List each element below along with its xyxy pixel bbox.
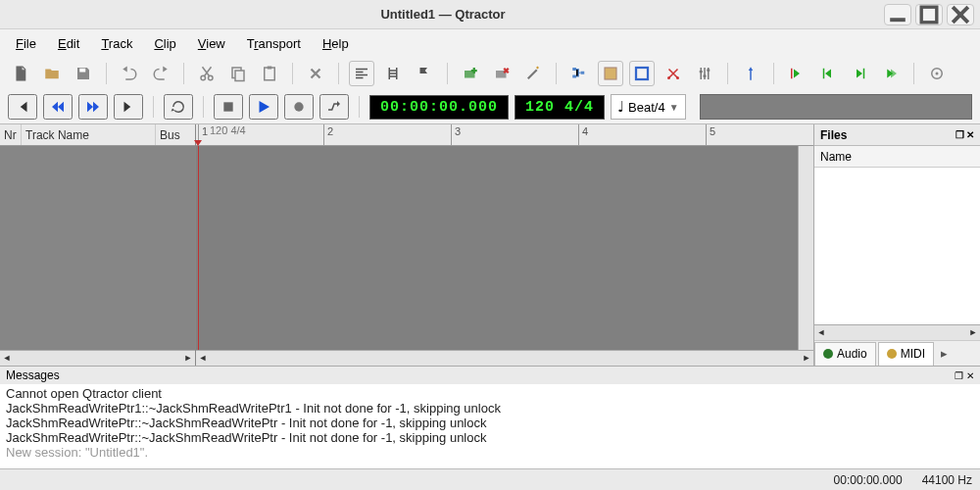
col-bus[interactable]: Bus: [156, 124, 195, 145]
tree-icon[interactable]: [566, 61, 592, 86]
window-title: Untitled1 — Qtractor: [6, 7, 880, 22]
next-marker-icon[interactable]: [847, 61, 872, 86]
align-left-icon[interactable]: [349, 61, 374, 86]
delete-icon[interactable]: [303, 61, 328, 86]
scroll-left-icon[interactable]: ◄: [196, 351, 210, 365]
svg-rect-15: [581, 72, 585, 74]
undock-icon[interactable]: ❐: [955, 370, 963, 381]
thumbnail-strip[interactable]: [700, 94, 972, 120]
files-hscroll[interactable]: ◄ ►: [814, 324, 980, 340]
timeline-vscroll[interactable]: [798, 146, 813, 350]
loop-icon[interactable]: [164, 94, 193, 120]
svg-point-24: [936, 73, 939, 75]
timeline-canvas[interactable]: [196, 146, 798, 350]
tab-scroll-right-icon[interactable]: ▸: [936, 346, 952, 361]
timeline-hscroll[interactable]: ◄ ►: [196, 350, 813, 366]
new-file-icon[interactable]: [8, 61, 33, 86]
menu-transport[interactable]: Transport: [237, 32, 311, 55]
toolbar-separator: [203, 96, 204, 118]
message-line: JackShmReadWritePtr::~JackShmReadWritePt…: [6, 416, 974, 430]
menu-edit[interactable]: Edit: [48, 32, 89, 55]
prev-marker-icon[interactable]: [815, 61, 841, 86]
loop-start-icon[interactable]: [784, 61, 809, 86]
close-button[interactable]: [947, 4, 974, 25]
status-bar: 00:00:00.000 44100 Hz: [0, 468, 980, 490]
tracklist-hscroll[interactable]: ◄ ►: [0, 350, 195, 366]
messages-body[interactable]: Cannot open Qtractor client JackShmReadW…: [0, 384, 980, 468]
save-file-icon[interactable]: [71, 61, 96, 86]
toolbar-separator: [106, 63, 107, 84]
record-icon[interactable]: [284, 94, 314, 120]
marker-a-icon[interactable]: [738, 61, 763, 86]
svg-rect-17: [636, 68, 648, 79]
files-col-name: Name: [820, 150, 852, 164]
svg-rect-14: [572, 75, 576, 78]
menu-track[interactable]: Track: [91, 32, 142, 55]
add-track-icon[interactable]: [458, 61, 483, 86]
paste-icon[interactable]: [257, 61, 282, 86]
undo-icon[interactable]: [117, 61, 142, 86]
files-panel-title: Files ❐ ✕: [814, 124, 980, 146]
ladder-icon[interactable]: [380, 61, 406, 86]
scroll-right-icon[interactable]: ►: [800, 351, 813, 365]
cut-icon[interactable]: [194, 61, 220, 86]
panel-a-icon[interactable]: [598, 61, 623, 86]
tab-midi[interactable]: MIDI: [878, 342, 934, 366]
track-list-header: Nr Track Name Bus: [0, 124, 195, 146]
files-tabs: Audio MIDI ▸: [814, 340, 980, 366]
tempo-display[interactable]: 120 4/4: [514, 95, 605, 120]
cut-region-icon[interactable]: [661, 61, 686, 86]
close-panel-icon[interactable]: ✕: [966, 129, 974, 140]
menu-clip[interactable]: Clip: [144, 32, 185, 55]
go-start-icon[interactable]: [8, 94, 37, 120]
go-end-icon[interactable]: [114, 94, 143, 120]
copy-icon[interactable]: [225, 61, 251, 86]
punch-icon[interactable]: [319, 94, 349, 120]
svg-point-18: [667, 76, 670, 79]
minimize-button[interactable]: [884, 4, 911, 25]
remove-track-icon[interactable]: [489, 61, 514, 86]
files-column-header[interactable]: Name: [814, 146, 980, 168]
time-display[interactable]: 00:00:00.000: [369, 95, 509, 120]
toolbar-separator: [727, 63, 728, 84]
edit-track-icon[interactable]: [520, 61, 546, 86]
rewind-icon[interactable]: [43, 94, 73, 120]
fast-forward-icon[interactable]: [78, 94, 108, 120]
scroll-right-icon[interactable]: ►: [181, 351, 195, 365]
menu-file[interactable]: File: [6, 32, 46, 55]
close-panel-icon[interactable]: ✕: [966, 370, 974, 381]
scroll-left-icon[interactable]: ◄: [814, 325, 828, 339]
snap-selector[interactable]: ♩ Beat/4 ▼: [611, 94, 686, 120]
col-nr[interactable]: Nr: [0, 124, 22, 145]
track-list: Nr Track Name Bus ◄ ►: [0, 124, 196, 366]
flag-icon[interactable]: [412, 61, 437, 86]
mixer-icon[interactable]: [692, 61, 717, 86]
toolbar-separator: [359, 96, 360, 118]
audio-dot-icon: [823, 349, 833, 359]
scroll-left-icon[interactable]: ◄: [0, 351, 14, 365]
ruler[interactable]: 120 4/4 1 2 3 4 5: [196, 124, 813, 146]
note-icon: ♩: [617, 98, 624, 116]
play-icon[interactable]: [249, 94, 278, 120]
open-file-icon[interactable]: [39, 61, 65, 86]
maximize-button[interactable]: [915, 4, 943, 25]
settings-icon[interactable]: [924, 61, 950, 86]
svg-rect-25: [223, 102, 232, 111]
redo-icon[interactable]: [148, 61, 173, 86]
stop-icon[interactable]: [214, 94, 243, 120]
panel-b-icon[interactable]: [629, 61, 655, 86]
scroll-right-icon[interactable]: ►: [966, 325, 980, 339]
track-list-body[interactable]: [0, 146, 195, 350]
tab-audio[interactable]: Audio: [814, 342, 876, 366]
loop-end-icon[interactable]: [878, 61, 904, 86]
col-name[interactable]: Track Name: [22, 124, 156, 145]
undock-icon[interactable]: ❐: [956, 129, 964, 140]
messages-label: Messages: [6, 368, 60, 382]
menu-view[interactable]: View: [188, 32, 235, 55]
files-body[interactable]: [814, 168, 980, 324]
menu-help[interactable]: Help: [313, 32, 359, 55]
playhead[interactable]: [198, 146, 199, 350]
midi-dot-icon: [887, 349, 897, 359]
ruler-tick: 5: [706, 124, 715, 145]
toolbar-separator: [338, 63, 339, 84]
